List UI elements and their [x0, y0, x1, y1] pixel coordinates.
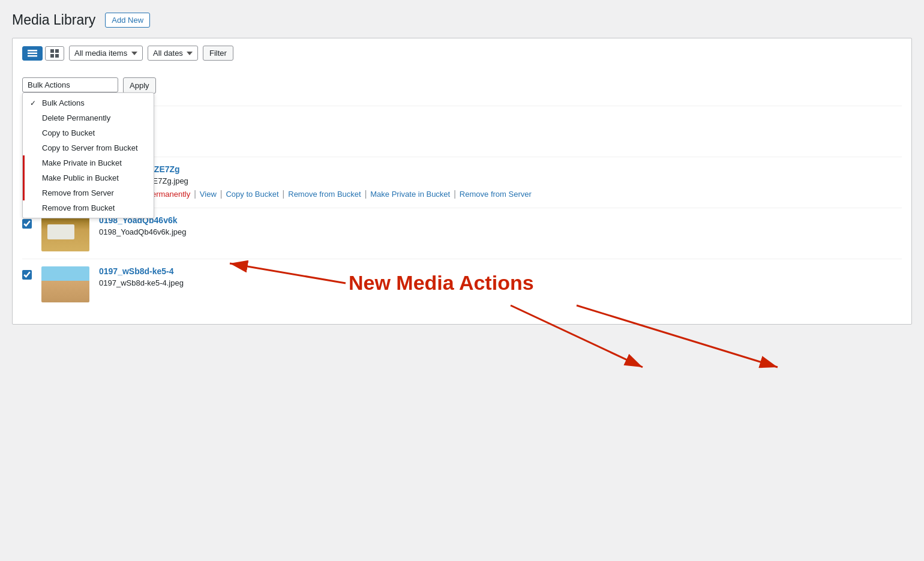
main-content: All media items Images Videos Audio All … — [12, 38, 912, 325]
media-thumbnail — [41, 266, 89, 302]
dropdown-item-remove-from-bucket[interactable]: Remove from Bucket — [23, 200, 154, 215]
media-actions: Edit | Delete Permanently | View | Copy … — [99, 189, 902, 199]
media-title-link[interactable]: 0199_xlAmGyZE7Zg — [99, 164, 902, 174]
svg-rect-3 — [50, 49, 54, 53]
dropdown-item-make-private[interactable]: Make Private in Bucket — [23, 155, 154, 170]
media-filename: ...njag.jpeg — [99, 125, 902, 134]
add-new-button[interactable]: Add New — [105, 13, 150, 28]
toolbar-row: All media items Images Videos Audio All … — [22, 46, 902, 68]
dropdown-item-delete-permanently[interactable]: Delete Permanently — [23, 110, 154, 125]
make-private-in-bucket-link[interactable]: Make Private in Bucket — [370, 190, 450, 199]
row-checkbox[interactable] — [22, 219, 32, 229]
grid-icon — [50, 49, 59, 58]
remove-from-bucket-link[interactable]: Remove from Bucket — [288, 190, 361, 199]
dropdown-item-copy-to-bucket[interactable]: Copy to Bucket — [23, 125, 154, 140]
svg-rect-6 — [55, 54, 59, 58]
bulk-actions-row: Bulk Actions ✓ Bulk Actions Delete Perma… — [22, 77, 902, 94]
row-checkbox[interactable] — [22, 270, 32, 280]
media-info: 0197_wSb8d-ke5-4 0197_wSb8d-ke5-4.jpeg — [99, 266, 902, 291]
media-title-link[interactable]: 0198_YoadQb46v6k — [99, 215, 902, 225]
svg-line-10 — [577, 305, 778, 367]
view-toggle — [22, 46, 64, 61]
media-thumbnail — [41, 215, 89, 251]
media-info: 0199_xlAmGyZE7Zg 0199_xlAmGyZE7Zg.jpeg E… — [99, 164, 902, 199]
media-info: 0198_YoadQb46v6k 0198_YoadQb46v6k.jpeg — [99, 215, 902, 240]
list-icon — [28, 50, 37, 57]
svg-rect-0 — [28, 50, 37, 52]
media-title-link[interactable]: 0197_wSb8d-ke5-4 — [99, 266, 902, 276]
view-link[interactable]: View — [200, 190, 217, 199]
media-filename: 0197_wSb8d-ke5-4.jpeg — [99, 278, 902, 287]
svg-line-9 — [511, 305, 643, 367]
media-info: ...njeg ...njag.jpeg — [99, 113, 902, 138]
page-title: Media Library — [12, 12, 95, 28]
media-title-link[interactable]: ...njeg — [99, 113, 902, 123]
copy-to-bucket-link[interactable]: Copy to Bucket — [226, 190, 278, 199]
media-type-filter[interactable]: All media items Images Videos Audio — [69, 46, 143, 61]
media-filename: 0199_xlAmGyZE7Zg.jpeg — [99, 176, 902, 185]
svg-rect-2 — [28, 55, 37, 57]
media-filename: 0198_YoadQb46v6k.jpeg — [99, 227, 902, 236]
dropdown-item-make-public[interactable]: Make Public in Bucket — [23, 170, 154, 185]
dropdown-item-bulk-actions[interactable]: ✓ Bulk Actions — [23, 95, 154, 110]
check-icon: ✓ — [30, 99, 38, 107]
bulk-actions-dropdown: ✓ Bulk Actions Delete Permanently Copy t… — [22, 92, 154, 218]
table-row: 0197_wSb8d-ke5-4 0197_wSb8d-ke5-4.jpeg — [22, 259, 902, 310]
filter-button[interactable]: Filter — [203, 46, 233, 61]
bulk-actions-select[interactable]: Bulk Actions — [22, 77, 118, 92]
date-filter[interactable]: All dates 2024 2023 — [148, 46, 198, 61]
dropdown-item-remove-from-server[interactable]: Remove from Server — [23, 185, 154, 200]
bulk-select-wrapper: Bulk Actions ✓ Bulk Actions Delete Perma… — [22, 77, 118, 92]
svg-rect-4 — [55, 49, 59, 53]
svg-rect-5 — [50, 54, 54, 58]
dropdown-item-copy-to-server[interactable]: Copy to Server from Bucket — [23, 140, 154, 155]
list-view-button[interactable] — [22, 46, 43, 61]
remove-from-server-link[interactable]: Remove from Server — [460, 190, 532, 199]
svg-rect-1 — [28, 52, 37, 54]
grid-view-button[interactable] — [45, 46, 64, 61]
apply-button[interactable]: Apply — [123, 77, 156, 94]
